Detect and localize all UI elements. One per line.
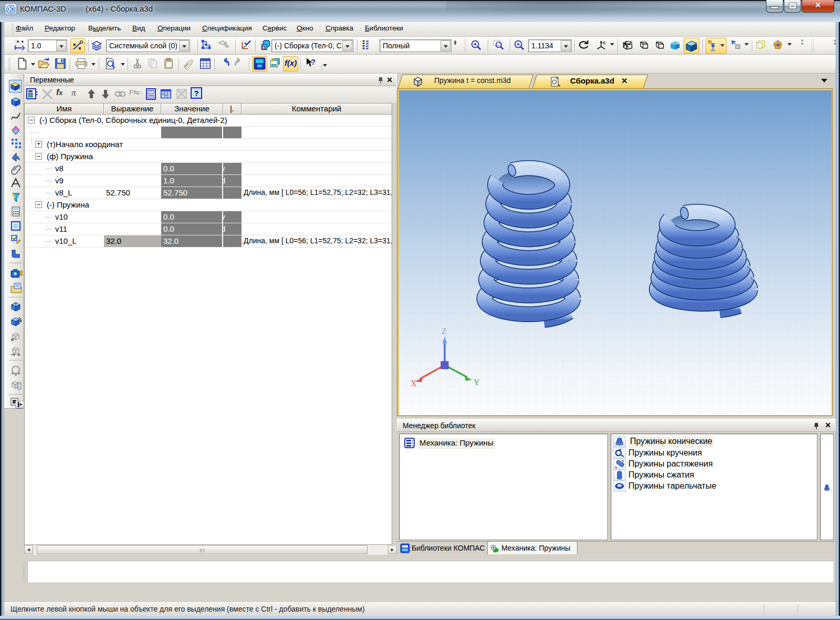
svg-text:X: X (411, 379, 417, 388)
svg-text:Z: Z (442, 327, 447, 336)
svg-text:Y: Y (474, 378, 480, 387)
svg-text:K: K (8, 6, 13, 13)
svg-text:?: ? (311, 57, 316, 66)
svg-text:?: ? (271, 57, 275, 64)
